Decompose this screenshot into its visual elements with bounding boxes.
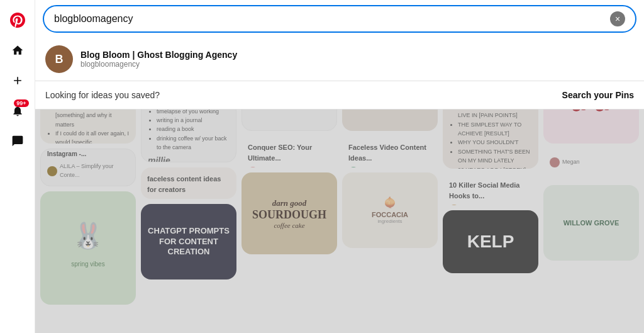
suggestion-handle: blogbloomagency — [80, 60, 237, 69]
search-overlay: blogbloomagency × B Blog Bloom | Ghost B… — [35, 0, 644, 110]
search-your-pins-button[interactable]: Search your Pins — [562, 90, 634, 100]
suggestion-avatar: B — [45, 45, 73, 73]
suggestion-text: Blog Bloom | Ghost Blogging Agency blogb… — [80, 50, 237, 69]
search-input[interactable]: blogbloomagency — [54, 13, 610, 25]
suggestion-name: Blog Bloom | Ghost Blogging Agency — [80, 50, 237, 60]
search-suggestion-item[interactable]: B Blog Bloom | Ghost Blogging Agency blo… — [35, 38, 644, 81]
messages-button[interactable] — [5, 128, 30, 154]
ideas-label: Looking for ideas you saved? — [45, 90, 160, 100]
search-clear-button[interactable]: × — [610, 11, 625, 26]
ideas-bar: Looking for ideas you saved? Search your… — [35, 81, 644, 110]
notifications-button[interactable]: 99+ — [5, 98, 30, 123]
main-content: The story behind why I started (your sum… — [35, 0, 644, 333]
search-dropdown: B Blog Bloom | Ghost Blogging Agency blo… — [35, 38, 644, 81]
search-bar-container: blogbloomagency × — [35, 0, 644, 38]
search-bar: blogbloomagency × — [43, 5, 636, 33]
sidebar: 99+ — [0, 0, 35, 333]
notification-badge: 99+ — [14, 99, 28, 107]
create-button[interactable] — [5, 68, 30, 93]
pinterest-logo[interactable] — [5, 8, 30, 33]
home-button[interactable] — [5, 38, 30, 63]
